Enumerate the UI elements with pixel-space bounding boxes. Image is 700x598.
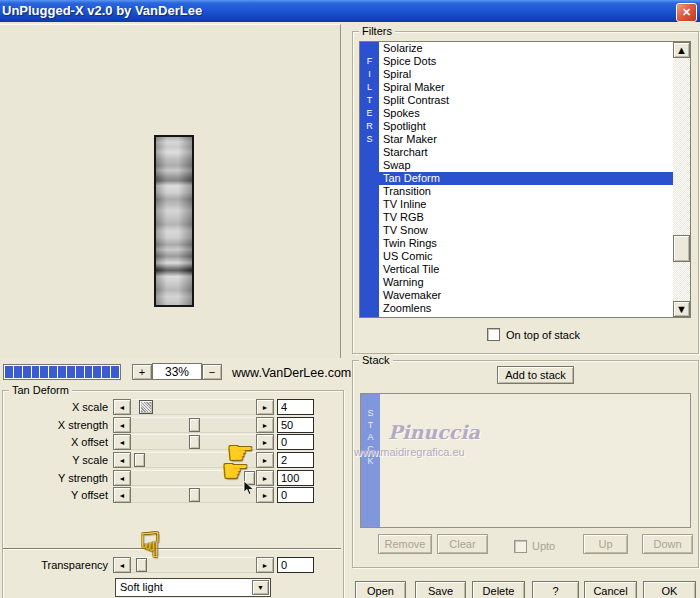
filter-list-item[interactable]: Spotlight [379,120,673,133]
filter-list-scrollbar[interactable]: ▲ ▼ [673,42,690,317]
save-button[interactable]: Save [415,581,466,598]
transparency-value-input[interactable]: 0 [277,557,314,573]
slider-thumb[interactable] [139,400,153,414]
filter-list-item[interactable]: Split Contrast [379,94,673,107]
arrow-left-icon: ◄ [119,562,126,569]
slider-value-input[interactable]: 100 [277,470,314,486]
slider-left-button[interactable]: ◄ [113,399,131,415]
slider-thumb[interactable] [189,418,200,432]
slider-right-button[interactable]: ► [256,452,274,468]
slider-label: X strength [0,419,108,431]
filter-list-item[interactable]: Tan Deform [379,172,673,185]
progress-segment [111,366,119,378]
zoom-level-value: 33% [165,365,189,379]
slider-value-input[interactable]: 0 [277,487,314,503]
filter-list-item[interactable]: Spiral [379,68,673,81]
slider-right-button[interactable]: ► [256,470,274,486]
slider-right-button[interactable]: ► [256,557,274,573]
filter-list-item[interactable]: Spokes [379,107,673,120]
save-label: Save [428,585,453,597]
preview-panel[interactable] [0,24,341,358]
progress-segment [5,366,13,378]
slider-right-button[interactable]: ► [256,417,274,433]
zoom-level-display: 33% [152,363,202,380]
close-button[interactable]: ✕ [676,3,697,22]
delete-button[interactable]: Delete [472,581,525,598]
zoom-out-button[interactable]: − [202,364,222,380]
slider-thumb[interactable] [189,435,200,449]
upto-checkbox[interactable] [514,540,527,553]
strip-letter: F [367,55,373,68]
filter-list-item[interactable]: Wavemaker [379,289,673,302]
slider-right-button[interactable]: ► [256,487,274,503]
stack-list[interactable]: STACK [360,393,691,528]
slider-value-input[interactable]: 0 [277,434,314,450]
down-button[interactable]: Down [642,534,693,554]
slider-left-button[interactable]: ◄ [113,434,131,450]
progress-segment [58,366,66,378]
filter-list-item[interactable]: US Comic [379,250,673,263]
filter-list-item[interactable]: Warning [379,276,673,289]
title-bar[interactable]: UnPlugged-X v2.0 by VanDerLee ✕ [0,0,700,22]
slider-label: X scale [0,401,108,413]
up-button[interactable]: Up [583,534,628,554]
filter-list-item[interactable]: Vertical Tile [379,263,673,276]
website-link[interactable]: www.VanDerLee.com [232,366,351,380]
slider-left-button[interactable]: ◄ [113,470,131,486]
blend-mode-value: Soft light [120,581,163,593]
add-to-stack-button[interactable]: Add to stack [497,366,574,384]
slider-left-button[interactable]: ◄ [113,557,131,573]
filter-list-item[interactable]: Star Maker [379,133,673,146]
filter-list-item[interactable]: Spice Dots [379,55,673,68]
filters-group-label: Filters [359,25,395,37]
blend-mode-select[interactable]: Soft light ▼ [115,578,271,597]
filter-list-item[interactable]: Zoomlens [379,302,673,315]
on-top-of-stack-checkbox[interactable] [487,328,500,341]
watermark-url: www.maidiregrafica.eu [354,446,465,458]
slider-value-input[interactable]: 2 [277,452,314,468]
filter-list-item[interactable]: Starchart [379,146,673,159]
filter-list-item[interactable]: Spiral Maker [379,81,673,94]
slider-track[interactable] [131,417,256,433]
slider-left-button[interactable]: ◄ [113,452,131,468]
cancel-button[interactable]: Cancel [584,581,637,598]
zoom-in-button[interactable]: + [132,364,152,380]
slider-row-y-scale: Y scale ◄ ► 2 [0,452,340,468]
slider-left-button[interactable]: ◄ [113,487,131,503]
filter-list-item[interactable]: Swap [379,159,673,172]
filter-list[interactable]: FILTERS SolarizeSpice DotsSpiralSpiral M… [359,41,691,318]
slider-row-x-scale: X scale ◄ ► 4 [0,399,340,415]
help-button[interactable]: ? [532,581,579,598]
slider-right-button[interactable]: ► [256,434,274,450]
slider-thumb[interactable] [189,488,200,502]
filter-list-item[interactable]: Twin Rings [379,237,673,250]
slider-value-input[interactable]: 50 [277,417,314,433]
arrow-right-icon: ► [262,439,269,446]
remove-button[interactable]: Remove [378,534,432,554]
ok-button[interactable]: OK [643,581,696,598]
filter-list-item[interactable]: TV Inline [379,198,673,211]
slider-value-input[interactable]: 4 [277,399,314,415]
slider-track[interactable] [131,487,256,503]
filter-list-item[interactable]: Solarize [379,42,673,55]
cancel-label: Cancel [593,585,627,597]
scroll-down-button[interactable]: ▼ [673,301,690,317]
combo-dropdown-button[interactable]: ▼ [252,580,269,595]
slider-thumb[interactable] [134,453,145,467]
clear-button[interactable]: Clear [437,534,488,554]
unplugged-x-dialog: UnPlugged-X v2.0 by VanDerLee ✕ Filters … [0,0,700,598]
scrollbar-thumb[interactable] [673,235,690,262]
scroll-up-button[interactable]: ▲ [673,42,690,58]
filter-list-item[interactable]: TV RGB [379,211,673,224]
open-button[interactable]: Open [355,581,406,598]
slider-right-button[interactable]: ► [256,399,274,415]
progress-segment [40,366,48,378]
progress-segment [93,366,101,378]
scrollbar-track[interactable] [673,58,690,301]
slider-left-button[interactable]: ◄ [113,417,131,433]
slider-track[interactable] [131,399,256,415]
filters-strip: FILTERS [360,42,379,317]
filter-list-item[interactable]: Transition [379,185,673,198]
filter-list-item[interactable]: TV Snow [379,224,673,237]
slider-row-y-strength: Y strength ◄ ► 100 [0,470,340,486]
